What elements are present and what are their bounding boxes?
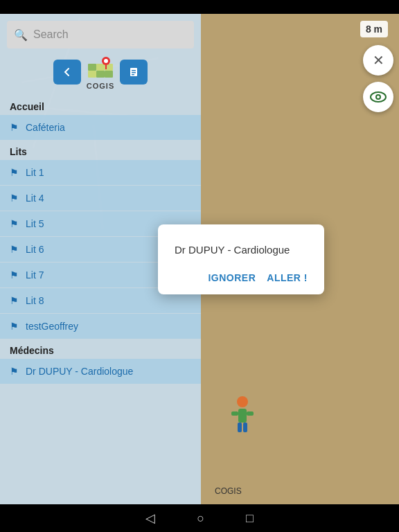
back-button[interactable] [53,60,81,85]
svg-rect-3 [247,411,254,416]
svg-rect-1 [238,409,247,423]
svg-rect-5 [243,423,247,432]
status-bar [0,0,399,14]
flag-icon: ⚑ [10,218,19,229]
search-icon: 🔍 [14,28,28,42]
list-item-label: testGeoffrey [26,321,78,332]
top-buttons: COGIS [0,54,201,90]
map-close-button[interactable]: ✕ [363,45,393,76]
list-item-label: Lit 4 [26,193,44,204]
nav-back-icon[interactable]: ◁ [145,511,155,526]
flag-icon: ⚑ [10,295,19,306]
info-button[interactable] [120,60,148,85]
list-item-testgeoffrey[interactable]: ⚑ testGeoffrey [0,314,201,339]
nav-recents-icon[interactable]: □ [246,511,254,526]
map-eye-button[interactable] [363,82,393,112]
section-medecins-header: Médecins [0,339,201,359]
modal-aller-button[interactable]: ALLER ! [267,272,308,283]
svg-rect-2 [231,411,238,416]
svg-rect-12 [96,71,105,78]
svg-rect-4 [238,423,242,432]
svg-rect-11 [88,71,96,78]
list-item-label: Lit 7 [26,269,44,281]
svg-rect-19 [132,72,136,73]
flag-icon: ⚑ [10,269,19,281]
flag-icon: ⚑ [10,321,19,332]
flag-icon: ⚑ [10,193,19,204]
main-container: 8 m ✕ COGIS 🔍 Search [0,14,399,504]
flag-icon: ⚑ [10,122,19,133]
section-accueil-header: Accueil [0,96,201,115]
list-item-label: Lit 5 [26,218,44,229]
modal-ignorer-button[interactable]: IGNORER [208,272,256,283]
logo[interactable]: COGIS [87,54,114,90]
bottom-nav: ◁ ○ □ [0,504,399,532]
flag-icon: ⚑ [10,366,19,377]
svg-rect-14 [105,71,113,78]
list-item-label: Lit 6 [26,244,44,255]
search-bar[interactable]: 🔍 Search [7,21,194,48]
map-cogis-label: COGIS [215,486,242,496]
modal-title: Dr DUPUY - Cardiologue [175,244,308,256]
modal-buttons: IGNORER ALLER ! [175,272,308,283]
distance-badge: 8 m [360,21,388,37]
map-figure [215,391,270,449]
search-placeholder: Search [33,28,69,41]
flag-icon: ⚑ [10,167,19,178]
list-item-label: Lit 1 [26,167,44,178]
svg-point-8 [377,96,380,98]
section-lits-header: Lits [0,141,201,160]
svg-rect-20 [132,74,134,76]
list-item-label: Lit 8 [26,295,44,306]
list-item-label: Caféteria [26,122,65,133]
modal-dialog: Dr DUPUY - Cardiologue IGNORER ALLER ! [158,224,324,294]
logo-label: COGIS [87,82,114,90]
list-item-label: Dr DUPUY - Cardiologue [26,366,133,377]
svg-point-16 [104,59,108,63]
svg-rect-10 [96,64,105,71]
svg-point-0 [237,396,248,407]
list-item-cafeteria[interactable]: ⚑ Caféteria [0,115,201,140]
svg-rect-18 [132,70,136,71]
flag-icon: ⚑ [10,244,19,255]
list-item-lit1[interactable]: ⚑ Lit 1 [0,160,201,185]
svg-rect-9 [88,64,96,71]
list-item-lit4[interactable]: ⚑ Lit 4 [0,186,201,211]
list-item-dupuy[interactable]: ⚑ Dr DUPUY - Cardiologue [0,359,201,384]
nav-home-icon[interactable]: ○ [197,511,204,526]
